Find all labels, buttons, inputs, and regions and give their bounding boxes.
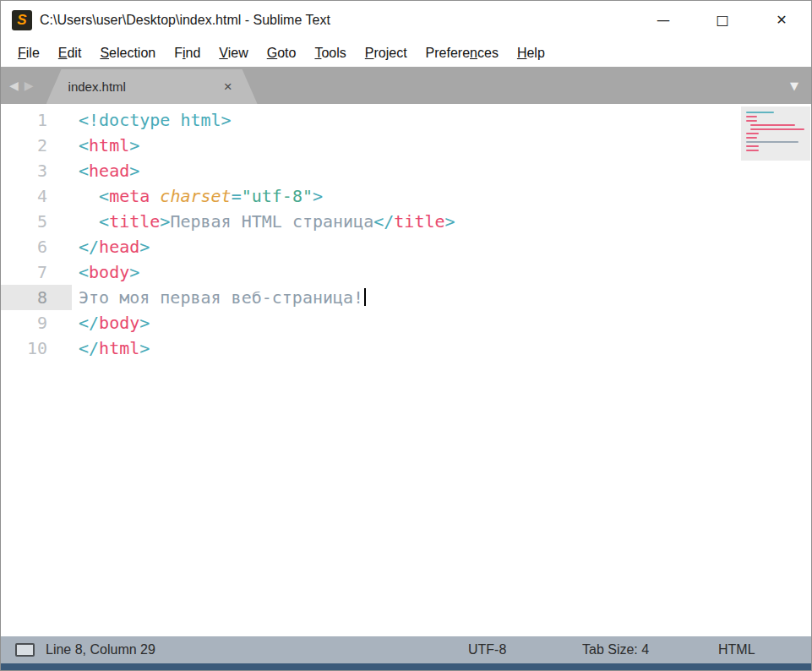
code-line-8[interactable]: 8Это моя первая веб-страница! (1, 285, 811, 310)
line-number-2[interactable]: 2 (1, 133, 72, 158)
editor[interactable]: 1<!doctype html>2<html>3<head>4 <meta ch… (1, 104, 811, 636)
line-number-5[interactable]: 5 (1, 209, 72, 234)
minimize-button[interactable]: — (634, 1, 693, 39)
tab-forward-icon[interactable]: ▶ (25, 79, 34, 92)
menu-project[interactable]: Project (356, 46, 417, 61)
status-left-group: Line 8, Column 29 (1, 642, 155, 657)
maximize-button[interactable]: □ (693, 1, 752, 39)
menu-edit[interactable]: Edit (49, 46, 91, 61)
encoding-status[interactable]: UTF-8 (468, 636, 506, 663)
tab-size-status[interactable]: Tab Size: 4 (582, 636, 649, 663)
code-line-9[interactable]: 9</body> (1, 310, 811, 336)
tab-bar: ◀ ▶ index.html × ▼ (1, 67, 811, 104)
code-text: <head> (72, 158, 139, 183)
line-number-4[interactable]: 4 (1, 183, 72, 209)
tab-index-html[interactable]: index.html × (46, 69, 258, 104)
code-line-10[interactable]: 10</html> (1, 336, 811, 361)
code-text: <body> (72, 259, 139, 285)
code-line-7[interactable]: 7<body> (1, 259, 811, 285)
code-text: </head> (72, 234, 150, 259)
window-controls: — □ ✕ (634, 1, 811, 39)
menu-help[interactable]: Help (508, 46, 554, 61)
code-text: <html> (72, 133, 139, 158)
syntax-status[interactable]: HTML (718, 636, 755, 663)
menu-tools[interactable]: Tools (305, 46, 355, 61)
code-text: <!doctype html> (72, 107, 232, 133)
line-number-10[interactable]: 10 (1, 336, 72, 361)
window-bottom-strip (1, 663, 811, 670)
tab-label: index.html (68, 79, 126, 94)
app-window: S C:\Users\user\Desktop\index.html - Sub… (0, 0, 812, 671)
line-number-8[interactable]: 8 (1, 285, 72, 310)
menu-view[interactable]: View (210, 46, 257, 61)
line-number-1[interactable]: 1 (1, 107, 72, 133)
line-number-3[interactable]: 3 (1, 158, 72, 183)
code-text: </html> (72, 336, 150, 361)
minimap-viewport (741, 106, 810, 161)
line-number-6[interactable]: 6 (1, 234, 72, 259)
status-bar: Line 8, Column 29 UTF-8 Tab Size: 4 HTML (1, 636, 811, 663)
code-line-3[interactable]: 3<head> (1, 158, 811, 183)
menu-goto[interactable]: Goto (258, 46, 306, 61)
code-line-4[interactable]: 4 <meta charset="utf-8"> (1, 183, 811, 209)
minimap-line (746, 112, 774, 113)
minimap-line (746, 145, 759, 147)
code-text: <title>Первая HTML страница</title> (72, 209, 455, 234)
menu-preferences[interactable]: Preferences (417, 46, 508, 61)
code-line-1[interactable]: 1<!doctype html> (1, 107, 811, 133)
minimap-line (746, 133, 759, 134)
panel-switcher-icon[interactable] (15, 643, 35, 657)
sublime-logo-icon: S (12, 10, 32, 30)
window-title: C:\Users\user\Desktop\index.html - Subli… (40, 13, 330, 28)
minimap-line (746, 137, 757, 139)
code-text: </body> (72, 310, 150, 336)
code-line-6[interactable]: 6</head> (1, 234, 811, 259)
text-cursor (364, 288, 366, 306)
code-area: 1<!doctype html>2<html>3<head>4 <meta ch… (1, 107, 811, 361)
minimap-line (750, 128, 804, 130)
minimap-line (746, 116, 757, 117)
code-text: <meta charset="utf-8"> (72, 183, 323, 209)
code-text: Это моя первая веб-страница! (72, 285, 366, 310)
menu-file[interactable]: File (8, 46, 49, 61)
tab-close-icon[interactable]: × (224, 79, 232, 95)
code-line-2[interactable]: 2<html> (1, 133, 811, 158)
minimap-line (746, 150, 759, 151)
minimap-line (746, 141, 798, 143)
menu-selection[interactable]: Selection (90, 46, 165, 61)
code-line-5[interactable]: 5 <title>Первая HTML страница</title> (1, 209, 811, 234)
title-bar: S C:\Users\user\Desktop\index.html - Sub… (1, 1, 811, 39)
menu-bar: FileEditSelectionFindViewGotoToolsProjec… (1, 39, 811, 67)
cursor-position-status: Line 8, Column 29 (46, 642, 155, 657)
menu-find[interactable]: Find (165, 46, 210, 61)
minimap-line (750, 124, 795, 126)
close-button[interactable]: ✕ (752, 1, 811, 39)
minimap[interactable] (741, 106, 810, 161)
tab-overflow-icon[interactable]: ▼ (790, 79, 811, 92)
tab-nav-arrows: ◀ ▶ (1, 67, 41, 104)
line-number-9[interactable]: 9 (1, 310, 72, 336)
line-number-7[interactable]: 7 (1, 259, 72, 285)
tab-back-icon[interactable]: ◀ (9, 79, 19, 92)
minimap-line (746, 120, 757, 122)
